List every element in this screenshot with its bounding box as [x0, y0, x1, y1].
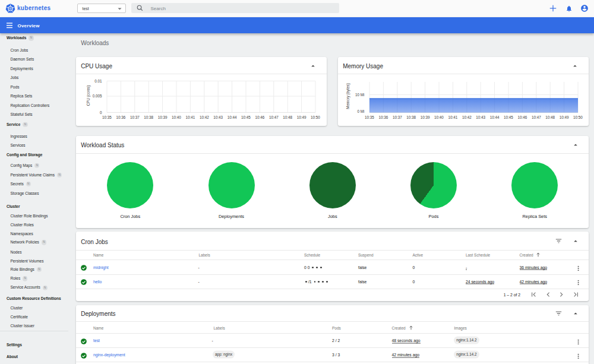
svg-text:10:35: 10:35 [365, 115, 374, 119]
svg-text:10:37: 10:37 [393, 115, 402, 119]
svg-text:0 Mi: 0 Mi [358, 109, 365, 113]
svg-text:0: 0 [100, 110, 102, 115]
svg-text:10:39: 10:39 [158, 115, 168, 119]
svg-text:10:43: 10:43 [213, 115, 223, 119]
svg-text:10:42: 10:42 [200, 115, 209, 119]
svg-text:10:47: 10:47 [269, 115, 279, 119]
svg-text:10:39: 10:39 [421, 115, 430, 119]
svg-text:10:43: 10:43 [476, 115, 485, 119]
svg-text:10:40: 10:40 [172, 115, 181, 119]
svg-text:10 Mi: 10 Mi [355, 93, 364, 97]
svg-text:10:36: 10:36 [116, 115, 126, 119]
svg-text:10:41: 10:41 [448, 115, 458, 119]
svg-text:10:38: 10:38 [406, 115, 416, 119]
svg-text:10:36: 10:36 [379, 115, 388, 119]
svg-text:10:50: 10:50 [311, 115, 320, 119]
svg-text:10:44: 10:44 [228, 115, 237, 119]
svg-text:10:46: 10:46 [518, 115, 527, 119]
svg-text:10:41: 10:41 [186, 115, 195, 119]
svg-text:10:49: 10:49 [560, 115, 569, 119]
svg-text:10:42: 10:42 [462, 115, 472, 119]
svg-text:10:38: 10:38 [144, 115, 153, 119]
svg-text:10:48: 10:48 [283, 115, 292, 119]
svg-text:10:40: 10:40 [434, 115, 444, 119]
svg-text:10:46: 10:46 [255, 115, 265, 119]
svg-text:10:45: 10:45 [241, 115, 251, 119]
svg-text:10:37: 10:37 [130, 115, 140, 119]
svg-text:10:44: 10:44 [490, 115, 500, 119]
svg-text:10:50: 10:50 [573, 115, 583, 119]
svg-text:10:48: 10:48 [545, 115, 555, 119]
svg-text:10:45: 10:45 [504, 115, 513, 119]
svg-text:0.005: 0.005 [93, 94, 102, 98]
svg-text:10:47: 10:47 [532, 115, 541, 119]
svg-text:10:49: 10:49 [297, 115, 307, 119]
svg-text:0.01: 0.01 [94, 79, 102, 83]
svg-text:10:35: 10:35 [102, 115, 112, 119]
